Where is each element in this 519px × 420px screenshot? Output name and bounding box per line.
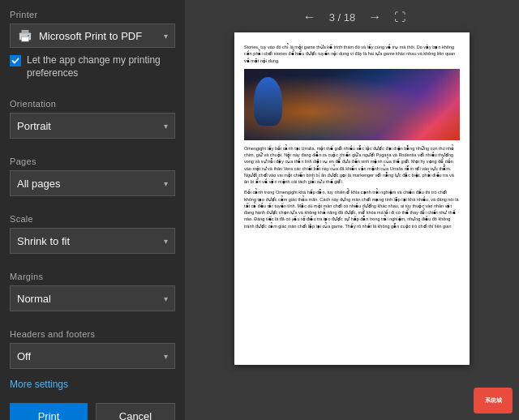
printer-section-label: Printer bbox=[10, 10, 175, 19]
pages-chevron-icon: ▾ bbox=[164, 179, 168, 188]
prev-page-button[interactable]: ← bbox=[298, 8, 321, 26]
scale-label: Scale bbox=[10, 214, 175, 224]
headers-label: Headers and footers bbox=[10, 329, 175, 339]
next-page-button[interactable]: → bbox=[363, 8, 386, 26]
printer-name: Microsoft Print to PDF bbox=[39, 30, 142, 42]
arrow-left-icon: ← bbox=[303, 10, 316, 24]
cancel-button[interactable]: Cancel bbox=[96, 403, 175, 420]
headers-group: Headers and footers Off ▾ bbox=[10, 328, 175, 369]
game-screenshot bbox=[244, 69, 460, 140]
svg-rect-1 bbox=[22, 30, 29, 33]
margins-group: Margins Normal ▾ bbox=[10, 270, 175, 311]
scale-chevron-icon: ▾ bbox=[164, 237, 168, 246]
page-content: Stories, tuy vào đó chỉ là một game thừa… bbox=[234, 32, 470, 245]
pages-label: Pages bbox=[10, 156, 175, 166]
orientation-group: Orientation Portrait ▾ bbox=[10, 97, 175, 139]
svg-rect-2 bbox=[22, 37, 29, 41]
printer-select-inner: Microsoft Print to PDF bbox=[17, 28, 164, 43]
pages-group: Pages All pages ▾ bbox=[10, 155, 175, 196]
printer-chevron-icon: ▾ bbox=[164, 32, 168, 41]
preview-panel: ← 3 / 18 → ⛶ Stories, tuy vào đó chỉ là … bbox=[185, 0, 519, 420]
content-para1: Stories, tuy vào đó chỉ là một game thừa… bbox=[244, 44, 460, 64]
fit-page-icon[interactable]: ⛶ bbox=[394, 11, 405, 24]
content-para3: Bối cảnh trong Omengight khá hấp dẫn, tu… bbox=[244, 189, 460, 229]
margins-value: Normal bbox=[17, 293, 51, 305]
orientation-chevron-icon: ▾ bbox=[164, 122, 168, 131]
headers-dropdown[interactable]: Off ▾ bbox=[10, 343, 175, 369]
headers-value: Off bbox=[17, 350, 31, 362]
margins-chevron-icon: ▾ bbox=[164, 294, 168, 303]
margins-label: Margins bbox=[10, 272, 175, 281]
change-prefs-checkbox[interactable] bbox=[10, 55, 21, 66]
content-para2: Omengight lấy bối cảnh tại Urralia, một … bbox=[244, 145, 460, 186]
printer-icon bbox=[17, 28, 33, 43]
margins-dropdown[interactable]: Normal ▾ bbox=[10, 285, 175, 311]
pages-value: All pages bbox=[17, 178, 60, 190]
game-character bbox=[254, 77, 282, 126]
scale-value: Shrink to fit bbox=[17, 235, 70, 247]
more-settings-link[interactable]: More settings bbox=[10, 379, 175, 390]
page-preview: Stories, tuy vào đó chỉ là một game thừa… bbox=[234, 32, 470, 365]
printer-dropdown[interactable]: Microsoft Print to PDF ▾ bbox=[10, 24, 175, 48]
page-info: 3 / 18 bbox=[329, 11, 356, 24]
pages-dropdown[interactable]: All pages ▾ bbox=[10, 170, 175, 196]
scale-group: Scale Shrink to fit ▾ bbox=[10, 212, 175, 254]
bottom-buttons: Print Cancel bbox=[10, 396, 175, 420]
change-prefs-label: Let the app change my printing preferenc… bbox=[27, 54, 175, 79]
arrow-right-icon: → bbox=[368, 10, 381, 24]
orientation-dropdown[interactable]: Portrait ▾ bbox=[10, 113, 175, 139]
headers-chevron-icon: ▾ bbox=[164, 352, 168, 361]
preview-container: Stories, tuy vào đó chỉ là một game thừa… bbox=[191, 32, 513, 414]
orientation-value: Portrait bbox=[17, 120, 51, 132]
print-button[interactable]: Print bbox=[10, 403, 88, 420]
watermark-text: 系统城 bbox=[485, 397, 502, 404]
orientation-label: Orientation bbox=[10, 99, 175, 109]
watermark: 系统城 bbox=[474, 388, 513, 414]
left-panel: Printer Microsoft Print to PDF ▾ Let the… bbox=[0, 0, 185, 420]
scale-dropdown[interactable]: Shrink to fit ▾ bbox=[10, 228, 175, 254]
change-prefs-checkbox-row[interactable]: Let the app change my printing preferenc… bbox=[10, 54, 175, 79]
preview-toolbar: ← 3 / 18 → ⛶ bbox=[298, 8, 406, 26]
svg-point-3 bbox=[28, 35, 29, 36]
